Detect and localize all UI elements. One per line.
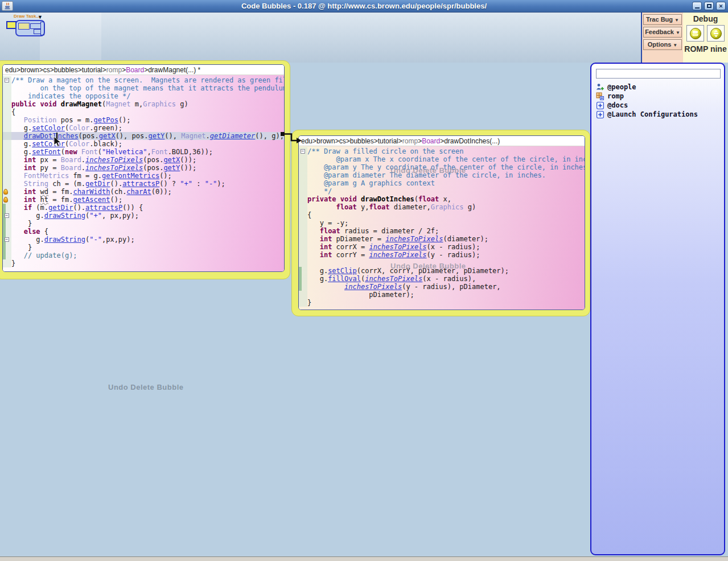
code-bubble-drawmagnet[interactable]: edu>brown>cs>bubbles>tutorial>romp>Board… (2, 64, 285, 272)
code-line[interactable]: { (299, 211, 585, 219)
code-token: Board (126, 66, 144, 74)
code-editor[interactable]: −/** Draw a magnet on the screen. Magnet… (3, 75, 284, 271)
code-line[interactable]: else { (3, 228, 284, 236)
code-line[interactable]: } (3, 259, 284, 267)
code-token (36, 188, 40, 196)
code-line[interactable]: int corrX = inchesToPixels(x - radius); (299, 243, 585, 251)
sidebar-item-docs[interactable]: @docs (596, 101, 722, 110)
sidebar-item-people[interactable]: @people (596, 82, 722, 92)
code-line[interactable]: drawDotInches(pos.getX(), pos.getY(), Ma… (3, 132, 284, 140)
fold-marker[interactable]: − (3, 212, 11, 220)
code-line[interactable]: { (3, 108, 284, 116)
code-line[interactable]: g.fillOval(inchesToPixels(x - radius), (299, 275, 585, 283)
code-line[interactable]: inchesToPixels(y - radius), pDiameter, (299, 283, 585, 291)
code-line[interactable]: g.setColor(Color.black); (3, 140, 284, 148)
overview-map-viewport[interactable] (15, 20, 45, 36)
feedback-button[interactable]: Feedback ▼ (643, 27, 682, 38)
code-line[interactable]: Position pos = m.getPos(); (3, 116, 284, 124)
code-line[interactable]: int wd = fm.charWidth(ch.charAt(0)); (3, 188, 284, 196)
code-line[interactable]: public void drawMagnet(Magnet m,Graphics… (3, 100, 284, 108)
search-input[interactable] (596, 69, 721, 79)
fold-marker[interactable]: − (3, 76, 11, 84)
fold-marker[interactable]: − (299, 147, 307, 155)
warning-marker[interactable] (3, 188, 11, 196)
code-token: ); (217, 180, 225, 188)
code-token: (m. (32, 204, 48, 212)
sidebar-item-romp[interactable]: romp (596, 92, 722, 101)
gutter (299, 219, 307, 227)
code-line[interactable]: int pDiameter = inchesToPixels(diameter)… (299, 235, 585, 243)
code-token: setColor (32, 124, 65, 132)
maximize-button[interactable] (704, 2, 714, 10)
code-line[interactable]: −/** Draw a filled circle on the screen (299, 147, 585, 155)
minimize-icon (695, 7, 700, 9)
code-line[interactable]: −/** Draw a magnet on the screen. Magnet… (3, 76, 284, 84)
debug-console-button[interactable] (686, 25, 704, 42)
code-line[interactable]: on the top of the magnet means that it a… (3, 84, 284, 92)
code-token: drawDotI (24, 132, 57, 140)
code-line[interactable]: g.setFont(new Font("Helvetica",Font.BOLD… (3, 148, 284, 156)
gutter (3, 164, 11, 172)
code-bubble-drawdotinches[interactable]: edu>brown>cs>bubbles>tutorial>romp>Board… (298, 135, 585, 310)
code-line[interactable]: float radius = diameter / 2f; (299, 227, 585, 235)
code-token: int (24, 188, 36, 196)
code-line[interactable]: int ht = fm.getAscent(); (3, 196, 284, 204)
code-token: Magnet (106, 100, 130, 108)
code-token: Board (422, 137, 440, 145)
code-line[interactable]: private void drawDotInches(float x, (299, 195, 585, 203)
gutter (299, 155, 307, 163)
breadcrumb[interactable]: edu>brown>cs>bubbles>tutorial>romp>Board… (299, 136, 585, 146)
code-line[interactable]: y = -y; (299, 219, 585, 227)
debug-resize-button[interactable] (707, 25, 725, 42)
code-token: getFontMetrics (102, 172, 159, 180)
code-line[interactable]: int px = Board.inchesToPixels(pos.getX()… (3, 156, 284, 164)
code-line[interactable]: */ (299, 187, 585, 195)
code-token: getDir (85, 180, 110, 188)
code-token: (x - radius); (427, 243, 480, 251)
debug-panel: Debug ROMP nine (683, 13, 728, 63)
code-line[interactable]: String ch = (m.getDir().attractsP() ? "+… (3, 180, 284, 188)
code-line[interactable]: // update(g); (3, 251, 284, 259)
code-line[interactable]: indicates the opposite */ (3, 92, 284, 100)
options-button[interactable]: Options ▼ (643, 39, 682, 50)
warning-marker[interactable] (3, 196, 11, 204)
overview-map-bubble[interactable] (40, 22, 44, 35)
code-line[interactable]: if (m.getDir().attractsP()) { (3, 204, 284, 212)
yellow-ball-updown-icon (710, 27, 722, 40)
overview-column (40, 13, 101, 63)
code-line[interactable]: } (3, 220, 284, 228)
code-token: g. (11, 140, 32, 148)
code-line[interactable]: @param x The x coordinate of the center … (299, 155, 585, 163)
code-line[interactable]: FontMetrics fm = g.getFontMetrics(); (3, 172, 284, 180)
code-line[interactable]: int py = Board.inchesToPixels(pos.getY()… (3, 164, 284, 172)
breadcrumb[interactable]: edu>brown>cs>bubbles>tutorial>romp>Board… (3, 65, 284, 75)
code-line[interactable]: − g.drawString("-",px,py); (3, 236, 284, 244)
code-line[interactable]: float y,float diameter,Graphics g) (299, 203, 585, 211)
overview-map-bubble[interactable] (30, 23, 41, 29)
gutter (3, 251, 11, 259)
java-cup-icon[interactable] (2, 1, 13, 11)
code-token (11, 116, 24, 124)
code-line[interactable]: int corrY = inchesToPixels(y - radius); (299, 251, 585, 259)
code-token: pDiameter = (332, 235, 385, 243)
code-line[interactable]: − g.drawString("+", px,py); (3, 212, 284, 220)
code-line[interactable]: pDiameter); (299, 291, 585, 299)
code-line[interactable]: g.setColor(Color.green); (3, 124, 284, 132)
code-line[interactable]: @param g A graphics context (299, 179, 585, 187)
code-token: .green); (89, 124, 122, 132)
trac-bug-button[interactable]: Trac Bug ▼ (643, 14, 682, 25)
overview-map-bubble[interactable] (18, 23, 30, 30)
sidebar-item-launch-configurations[interactable]: @Launch Configurations (596, 110, 722, 119)
code-line[interactable]: } (3, 244, 284, 251)
code-token (307, 243, 320, 251)
close-button[interactable]: ✕ (716, 2, 726, 10)
code-token: px = (36, 156, 60, 164)
fold-marker[interactable]: − (3, 236, 11, 244)
bubble-connector-arrow (280, 128, 304, 145)
task-label[interactable]: Draw Task... (14, 14, 40, 19)
task-dropdown-icon[interactable]: ▼ (38, 14, 43, 20)
code-token: inchesToPixels (365, 275, 422, 283)
code-token: } (307, 299, 311, 307)
code-line[interactable]: } (299, 299, 585, 307)
minimize-button[interactable] (692, 2, 702, 10)
